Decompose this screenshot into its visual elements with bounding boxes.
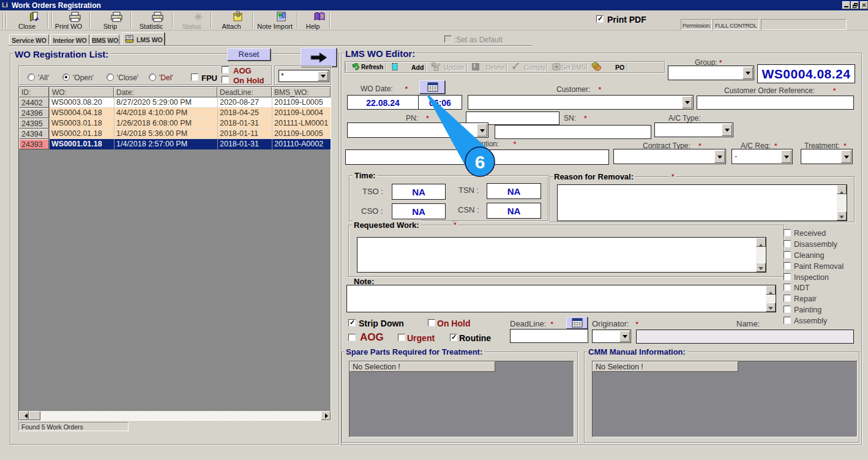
svg-text:6: 6 (475, 152, 485, 172)
